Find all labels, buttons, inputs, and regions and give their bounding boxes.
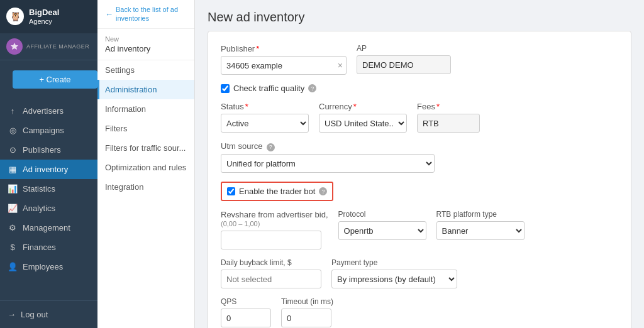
employees-icon: 👤 <box>8 262 18 271</box>
logout-item[interactable]: → Log out <box>8 306 90 323</box>
section-title: Ad inventory <box>97 44 194 60</box>
ap-group: AP <box>357 44 451 74</box>
second-sidebar: ← Back to the list of ad inventories New… <box>97 0 195 328</box>
breadcrumb-label: Back to the list of ad inventories <box>116 5 187 23</box>
trader-bot-label: Enable the trader bot <box>239 187 315 196</box>
daily-limit-group: Daily buyback limit, $ <box>221 258 321 288</box>
fees-group: Fees* <box>417 102 480 133</box>
trader-bot-row: Enable the trader bot ? <box>221 182 333 201</box>
create-button[interactable]: + Create <box>13 70 97 89</box>
publisher-ap-row: Publisher* × AP <box>221 44 618 75</box>
currency-group: Currency* USD United State... EUR Euro <box>319 102 407 133</box>
status-label: Status* <box>221 102 309 111</box>
breadcrumb[interactable]: ← Back to the list of ad inventories <box>97 0 194 29</box>
second-nav-filters[interactable]: Filters <box>97 119 194 138</box>
revshare-group: Revshare from advertiser bid, (0,00 – 1,… <box>221 210 328 249</box>
protocol-group: Protocol Openrtb Custom <box>338 210 426 240</box>
currency-label: Currency* <box>319 102 407 111</box>
page-title: New ad inventory <box>208 10 631 25</box>
utm-row: Utm source ? Unified for platform Custom <box>221 141 618 173</box>
main-body: Publisher* × AP Check traffic quality ? <box>195 31 644 328</box>
payment-type-select[interactable]: By impressions (by default) By clicks By… <box>331 270 457 288</box>
second-nav-administration[interactable]: Administration <box>97 80 194 99</box>
check-traffic-label: Check traffic quality <box>233 84 304 93</box>
check-traffic-row: Check traffic quality ? <box>221 84 618 93</box>
logo-area: 🦉 BigDeal Agency <box>0 0 97 33</box>
qps-label: QPS <box>221 297 271 306</box>
trader-bot-info-icon[interactable]: ? <box>319 187 327 195</box>
revshare-protocol-rtb-row: Revshare from advertiser bid, (0,00 – 1,… <box>221 210 618 249</box>
status-group: Status* Active Inactive Paused <box>221 102 309 133</box>
publisher-group: Publisher* × <box>221 44 347 75</box>
sidebar-item-publishers[interactable]: ⊙ Publishers <box>0 140 97 160</box>
statistics-icon: 📊 <box>8 184 18 194</box>
main-header: New ad inventory <box>195 0 644 31</box>
protocol-select[interactable]: Openrtb Custom <box>338 221 426 240</box>
sidebar-item-ad-inventory[interactable]: ▦ Ad inventory <box>0 160 97 179</box>
qps-input[interactable] <box>221 309 271 327</box>
utm-info-icon[interactable]: ? <box>267 143 275 151</box>
publisher-field-wrapper: × <box>221 56 347 75</box>
trader-bot-checkbox[interactable] <box>227 187 235 195</box>
campaigns-icon: ◎ <box>8 126 18 135</box>
utm-label: Utm source ? <box>221 141 435 151</box>
sidebar-item-advertisers[interactable]: ↑ Advertisers <box>0 101 97 121</box>
management-icon: ⚙ <box>8 223 18 232</box>
utm-group: Utm source ? Unified for platform Custom <box>221 141 435 173</box>
status-currency-fees-row: Status* Active Inactive Paused Currency*… <box>221 102 618 133</box>
form-card: Publisher* × AP Check traffic quality ? <box>208 31 631 328</box>
analytics-icon: 📈 <box>8 204 18 213</box>
create-button-wrapper[interactable]: + Create <box>0 60 97 99</box>
rtb-platform-select[interactable]: Banner Video Native <box>436 221 525 240</box>
second-nav-optimization[interactable]: Optimization and rules <box>97 158 194 177</box>
role-label: AFFILIATE MANAGER <box>26 43 89 50</box>
sidebar-item-finances[interactable]: $ Finances <box>0 238 97 257</box>
sidebar-item-analytics[interactable]: 📈 Analytics <box>0 199 97 218</box>
finances-icon: $ <box>8 243 18 252</box>
utm-select[interactable]: Unified for platform Custom <box>221 154 435 173</box>
publisher-input[interactable] <box>221 56 347 75</box>
second-nav-filters-traffic[interactable]: Filters for traffic sour... <box>97 138 194 158</box>
payment-type-group: Payment type By impressions (by default)… <box>331 258 457 288</box>
currency-select[interactable]: USD United State... EUR Euro <box>319 114 407 133</box>
daily-limit-input[interactable] <box>221 270 321 288</box>
qps-timeout-row: QPS Timeout (in ms) <box>221 297 618 327</box>
sidebar-item-employees[interactable]: 👤 Employees <box>0 257 97 276</box>
second-nav-integration[interactable]: Integration <box>97 177 194 197</box>
sidebar-nav: ↑ Advertisers ◎ Campaigns ⊙ Publishers ▦… <box>0 99 97 300</box>
check-traffic-checkbox[interactable] <box>221 84 230 93</box>
timeout-input[interactable] <box>281 309 331 327</box>
ap-input[interactable] <box>357 55 451 74</box>
status-select[interactable]: Active Inactive Paused <box>221 114 309 133</box>
ad-inventory-icon: ▦ <box>8 165 18 174</box>
logo-text: BigDeal Agency <box>29 8 59 26</box>
publisher-clear-icon[interactable]: × <box>338 60 343 70</box>
revshare-label: Revshare from advertiser bid, (0,00 – 1,… <box>221 210 328 228</box>
protocol-label: Protocol <box>338 210 426 219</box>
advertisers-icon: ↑ <box>8 106 18 116</box>
ap-label: AP <box>357 44 451 53</box>
rtb-platform-group: RTB platform type Banner Video Native <box>436 210 525 240</box>
section-label: New <box>97 29 194 44</box>
payment-type-label: Payment type <box>331 258 457 267</box>
main-sidebar: 🦉 BigDeal Agency AFFILIATE MANAGER + Cre… <box>0 0 97 328</box>
rtb-platform-label: RTB platform type <box>436 210 525 219</box>
main-content: New ad inventory Publisher* × AP <box>195 0 644 328</box>
qps-group: QPS <box>221 297 271 327</box>
role-icon <box>6 38 23 55</box>
fees-label: Fees* <box>417 102 480 111</box>
logout-icon: → <box>8 310 16 319</box>
second-nav-information[interactable]: Information <box>97 99 194 119</box>
revshare-input[interactable] <box>221 231 321 249</box>
sidebar-item-campaigns[interactable]: ◎ Campaigns <box>0 121 97 140</box>
sidebar-bottom: → Log out <box>0 300 97 328</box>
daily-payment-row: Daily buyback limit, $ Payment type By i… <box>221 258 618 288</box>
fees-input[interactable] <box>417 114 480 133</box>
second-nav-settings[interactable]: Settings <box>97 60 194 80</box>
sidebar-item-management[interactable]: ⚙ Management <box>0 218 97 238</box>
breadcrumb-back-icon: ← <box>105 9 113 19</box>
sidebar-item-statistics[interactable]: 📊 Statistics <box>0 179 97 199</box>
timeout-label: Timeout (in ms) <box>281 297 333 306</box>
timeout-group: Timeout (in ms) <box>281 297 333 327</box>
check-traffic-info-icon[interactable]: ? <box>308 84 316 92</box>
